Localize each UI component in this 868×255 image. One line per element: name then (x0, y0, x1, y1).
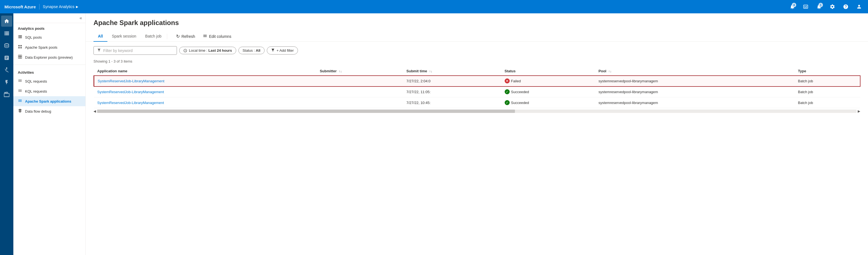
sidebar-icon-storage[interactable] (1, 28, 12, 39)
sidebar-icon-pipeline[interactable] (1, 65, 12, 76)
service-name[interactable]: Synapse Analytics ▶ (43, 4, 79, 9)
sidebar-icon-notebook[interactable] (1, 52, 12, 63)
sidebar-icon-home[interactable] (1, 15, 12, 27)
succeeded-icon: ✓ (505, 89, 510, 94)
col-submitter[interactable]: Submitter ↑↓ (316, 67, 403, 76)
scroll-track[interactable] (97, 109, 857, 113)
table-row[interactable]: SystemReservedJob-LibraryManagement 7/27… (94, 76, 861, 87)
col-pool[interactable]: Pool ↑↓ (595, 67, 795, 76)
nav-divider (39, 4, 39, 9)
submitter-cell (316, 76, 403, 87)
col-status[interactable]: Status (501, 67, 595, 76)
edit-columns-button[interactable]: Edit columns (199, 32, 235, 41)
cloud-shell-icon[interactable] (801, 2, 810, 11)
data-flow-debug-icon (18, 108, 22, 114)
alerts-icon[interactable]: 1 (814, 2, 824, 11)
col-submit-time[interactable]: Submit time ↑↓ (403, 67, 501, 76)
status-filter-chip[interactable]: Status : All (239, 47, 265, 54)
table-row[interactable]: SystemReservedJob-LibraryManagement 7/27… (94, 97, 861, 108)
add-filter-button[interactable]: + Add filter (267, 46, 298, 55)
top-nav-right: 4 1 (788, 2, 864, 11)
apache-spark-applications-icon (18, 98, 22, 104)
edit-columns-icon (203, 34, 207, 39)
table-header-row: Application name Submitter ↑↓ Submit tim… (94, 67, 861, 76)
settings-icon[interactable] (828, 2, 837, 11)
sidebar-header: « (13, 13, 85, 23)
activities-label: Activities (13, 67, 85, 76)
tab-all[interactable]: All (93, 31, 107, 42)
sql-pools-icon (18, 34, 22, 40)
app-name-cell: SystemReservedJob-LibraryManagement (94, 97, 317, 108)
page-header: Apache Spark applications (86, 13, 868, 31)
alerts-badge: 1 (818, 3, 823, 7)
type-cell: Batch job (795, 87, 860, 97)
keyword-filter-placeholder: Filter by keyword (103, 49, 133, 53)
apache-spark-pools-label: Apache Spark pools (25, 45, 57, 50)
pool-sort-icon: ↑↓ (609, 69, 612, 73)
add-filter-icon (271, 48, 275, 53)
sidebar-item-data-flow-debug[interactable]: Data flow debug (13, 106, 85, 116)
sidebar-item-sql-pools[interactable]: SQL pools (13, 32, 85, 42)
table-body: SystemReservedJob-LibraryManagement 7/27… (94, 76, 861, 108)
app-name-cell: SystemReservedJob-LibraryManagement (94, 87, 317, 97)
sidebar-collapse-btn[interactable]: « (80, 15, 82, 21)
refresh-icon: ↻ (176, 34, 180, 39)
svg-rect-1 (20, 45, 22, 46)
analytics-pools-label: Analytics pools (13, 23, 85, 32)
sidebar-item-apache-spark-applications[interactable]: Apache Spark applications (13, 96, 85, 106)
time-filter-chip[interactable]: Local time : Last 24 hours (179, 47, 236, 54)
sidebar-item-apache-spark-pools[interactable]: Apache Spark pools (13, 42, 85, 52)
table-header: Application name Submitter ↑↓ Submit tim… (94, 67, 861, 76)
submit-time-cell: 7/27/22, 10:45: (403, 97, 501, 108)
app-name-link[interactable]: SystemReservedJob-LibraryManagement (97, 90, 164, 94)
tab-batch-job[interactable]: Batch job (141, 31, 166, 42)
app-name-link[interactable]: SystemReservedJob-LibraryManagement (98, 79, 164, 83)
table-scroll-area[interactable]: Application name Submitter ↑↓ Submit tim… (86, 67, 868, 108)
sql-requests-icon (18, 78, 22, 84)
svg-rect-2 (18, 47, 20, 49)
data-explorer-pools-icon (18, 55, 22, 60)
app-body: « Analytics pools SQL pools Apache Spark… (0, 13, 868, 255)
keyword-filter[interactable]: Filter by keyword (93, 46, 177, 55)
status-badge-succeeded: ✓ Succeeded (505, 89, 529, 94)
notifications-badge: 4 (792, 3, 796, 7)
type-cell: Batch job (795, 76, 860, 87)
horizontal-scrollbar[interactable]: ◀ ▶ (86, 108, 868, 113)
notifications-icon[interactable]: 4 (788, 2, 797, 11)
refresh-button[interactable]: ↻ Refresh (173, 32, 198, 41)
submit-time-cell: 7/27/22, 11:05: (403, 87, 501, 97)
app-name-link[interactable]: SystemReservedJob-LibraryManagement (97, 101, 164, 105)
pool-cell: systemreservedpool-librarymanagem (595, 76, 795, 87)
filter-icon (97, 48, 101, 53)
scroll-right-arrow[interactable]: ▶ (858, 109, 860, 113)
sidebar-item-kql-requests[interactable]: KQL requests (13, 86, 85, 96)
apache-spark-pools-icon (18, 44, 22, 50)
status-cell: ✕ Failed (501, 76, 595, 87)
sidebar-icon-bag[interactable] (1, 89, 12, 100)
account-icon[interactable] (855, 2, 864, 11)
type-cell: Batch job (795, 97, 860, 108)
col-type[interactable]: Type (795, 67, 860, 76)
help-icon[interactable] (841, 2, 850, 11)
data-flow-debug-label: Data flow debug (25, 109, 51, 114)
tab-spark-session[interactable]: Spark session (107, 31, 141, 42)
pool-cell: systemreservedpool-librarymanagem (595, 97, 795, 108)
tabs-bar: All Spark session Batch job ↻ Refresh Ed… (86, 31, 868, 42)
items-count: Showing 1 - 3 of 3 items (86, 59, 868, 67)
svg-rect-3 (20, 47, 22, 49)
icon-sidebar (0, 13, 13, 255)
sidebar-icon-spark[interactable] (1, 77, 12, 88)
app-name-cell: SystemReservedJob-LibraryManagement (94, 76, 317, 87)
scroll-left-arrow[interactable]: ◀ (93, 109, 96, 113)
sidebar-item-sql-requests[interactable]: SQL requests (13, 76, 85, 86)
col-application-name[interactable]: Application name (94, 67, 317, 76)
table-row[interactable]: SystemReservedJob-LibraryManagement 7/27… (94, 87, 861, 97)
status-badge-failed: ✕ Failed (505, 78, 521, 84)
add-filter-label: + Add filter (277, 49, 294, 53)
time-filter-label: Local time : Last 24 hours (189, 49, 232, 53)
left-sidebar: « Analytics pools SQL pools Apache Spark… (13, 13, 86, 255)
status-filter-label: Status : All (243, 49, 260, 53)
scroll-thumb[interactable] (97, 109, 515, 113)
sidebar-item-data-explorer-pools[interactable]: Data Explorer pools (preview) (13, 52, 85, 62)
sidebar-icon-data[interactable] (1, 40, 12, 51)
